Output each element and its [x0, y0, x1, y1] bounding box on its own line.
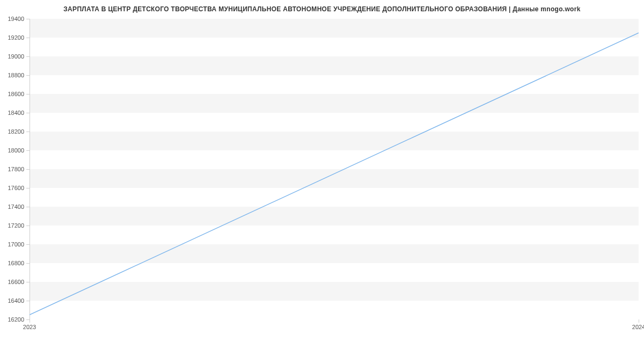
- y-tick-label: 19200: [8, 34, 24, 41]
- y-tick-label: 17200: [8, 222, 24, 229]
- plot-area: 1620016400166001680017000172001740017600…: [30, 19, 639, 319]
- y-tick-label: 16200: [8, 316, 24, 323]
- y-tick-label: 18000: [8, 147, 24, 154]
- x-tick: [30, 319, 30, 323]
- y-tick-label: 17000: [8, 241, 24, 248]
- series-line: [30, 19, 639, 319]
- y-tick-label: 17400: [8, 203, 24, 210]
- chart-title: ЗАРПЛАТА В ЦЕНТР ДЕТСКОГО ТВОРЧЕСТВА МУН…: [0, 0, 644, 13]
- x-tick-label: 2024: [632, 324, 644, 330]
- y-tick-label: 16600: [8, 279, 24, 285]
- y-tick-label: 17800: [8, 166, 24, 172]
- y-tick-label: 16400: [8, 297, 24, 304]
- y-tick-label: 18600: [8, 91, 24, 97]
- y-tick-label: 19400: [8, 16, 24, 22]
- y-tick-label: 18800: [8, 72, 24, 78]
- x-tick: [639, 319, 639, 323]
- y-tick-label: 18200: [8, 128, 24, 135]
- y-tick-label: 19000: [8, 53, 24, 60]
- y-tick-label: 16800: [8, 260, 24, 266]
- y-tick-label: 18400: [8, 110, 24, 116]
- y-tick-label: 17600: [8, 185, 24, 191]
- x-tick-label: 2023: [23, 324, 36, 330]
